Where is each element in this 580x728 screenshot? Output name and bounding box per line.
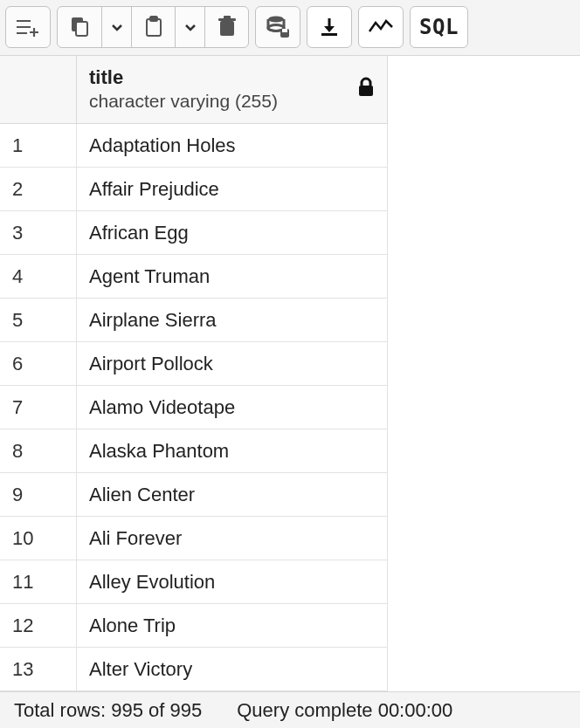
download-button[interactable] [307,7,351,47]
cell-title[interactable]: Alley Evolution [77,560,388,604]
cell-title[interactable]: Ali Forever [77,517,388,560]
save-data-button[interactable] [256,7,300,47]
chart-group [358,6,404,48]
cell-title[interactable]: Adaptation Holes [77,124,388,168]
add-row-button[interactable] [6,7,50,47]
row-number[interactable]: 4 [0,255,77,299]
copy-menu-button[interactable] [101,7,131,47]
row-number[interactable]: 3 [0,211,77,255]
column-header-text: title character varying (255) [89,66,357,113]
chevron-down-icon [183,20,197,34]
chart-button[interactable] [359,7,403,47]
save-group [255,6,300,48]
add-row-group [5,6,51,48]
cell-title[interactable]: Affair Prejudice [77,168,388,211]
copy-icon [68,16,91,38]
trash-icon [218,16,237,38]
svg-rect-17 [321,33,337,36]
cell-title[interactable]: Alamo Videotape [77,386,388,429]
row-number[interactable]: 5 [0,299,77,342]
cell-title[interactable]: Airport Pollock [77,342,388,386]
row-number[interactable]: 9 [0,473,77,517]
svg-point-12 [268,16,284,22]
row-number[interactable]: 12 [0,604,77,648]
cell-title[interactable]: Alter Victory [77,648,388,691]
download-icon [319,17,340,38]
row-number[interactable]: 13 [0,648,77,691]
status-bar: Total rows: 995 of 995 Query complete 00… [0,691,580,728]
sql-icon: SQL [419,15,459,39]
svg-rect-15 [282,29,287,32]
status-query-complete: Query complete 00:00:00 [237,699,452,722]
row-number[interactable]: 8 [0,429,77,473]
row-number[interactable]: 11 [0,560,77,604]
svg-marker-16 [324,26,335,32]
paste-icon [143,16,164,38]
database-save-icon [266,15,290,39]
cell-title[interactable]: Airplane Sierra [77,299,388,342]
copy-button[interactable] [58,7,101,47]
svg-rect-6 [76,22,87,36]
cell-title[interactable]: Alien Center [77,473,388,517]
svg-rect-18 [359,86,373,96]
svg-rect-8 [150,17,157,21]
sql-group: SQL [410,6,468,48]
chevron-down-icon [110,20,124,34]
cell-title[interactable]: Alone Trip [77,604,388,648]
row-header-corner[interactable] [0,56,77,124]
column-header[interactable]: title character varying (255) [77,56,388,124]
results-grid[interactable]: title character varying (255) 1Adaptatio… [0,56,580,691]
row-number[interactable]: 6 [0,342,77,386]
add-row-icon [15,17,41,38]
status-total-rows: Total rows: 995 of 995 [14,699,202,722]
download-group [307,6,352,48]
edit-group [57,6,249,48]
paste-menu-button[interactable] [175,7,204,47]
row-number[interactable]: 1 [0,124,77,168]
paste-button[interactable] [131,7,175,47]
sql-button[interactable]: SQL [411,7,467,47]
cell-title[interactable]: Agent Truman [77,255,388,299]
results-toolbar: SQL [0,0,580,56]
cell-title[interactable]: African Egg [77,211,388,255]
chart-line-icon [368,17,394,37]
cell-title[interactable]: Alaska Phantom [77,429,388,473]
row-number[interactable]: 7 [0,386,77,429]
row-number[interactable]: 2 [0,168,77,211]
row-number[interactable]: 10 [0,517,77,560]
column-name: title [89,66,357,89]
svg-rect-11 [224,16,231,19]
column-type: character varying (255) [89,89,357,113]
lock-icon [357,77,375,103]
delete-button[interactable] [204,7,248,47]
svg-rect-9 [220,21,234,36]
